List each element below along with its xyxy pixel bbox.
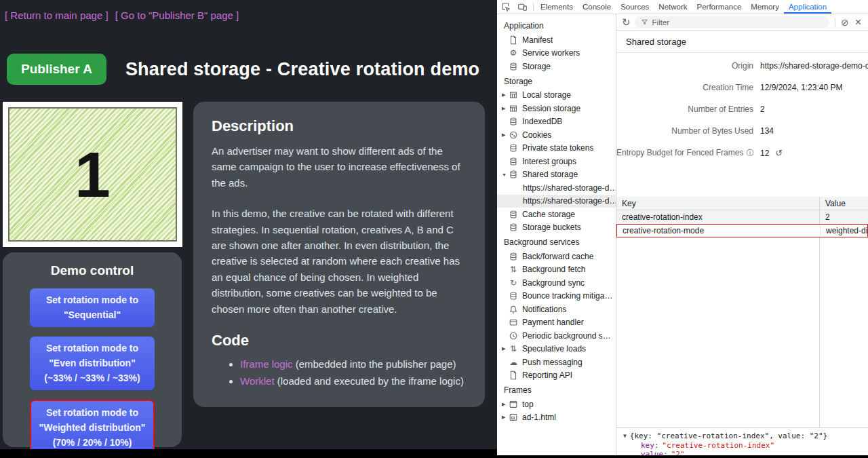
table-empty-area	[616, 237, 868, 427]
sidebar-item-indexeddb[interactable]: IndexedDB	[497, 115, 616, 129]
expand-arrow-icon[interactable]: ▶	[497, 132, 506, 138]
collapse-arrow-icon[interactable]: ▼	[497, 172, 506, 177]
section-frames: Frames	[497, 382, 616, 398]
tab-memory[interactable]: Memory	[746, 0, 784, 14]
devtools-panel: Elements Console Sources Network Perform…	[497, 0, 868, 455]
tab-performance[interactable]: Performance	[692, 0, 747, 14]
application-main: ↻ Filter ⊘ × Shared storage Origin https	[616, 14, 868, 455]
sidebar-item-payment-handler[interactable]: Payment handler	[497, 316, 616, 330]
database-icon	[509, 291, 518, 301]
sidebar-item-storage-buckets[interactable]: Storage buckets	[497, 221, 616, 235]
sidebar-item-periodic-background-sync[interactable]: Periodic background s…	[497, 329, 616, 343]
entry-preview-pane: ▼ {key: "creative-rotation-index", value…	[616, 427, 868, 455]
device-toolbar-icon[interactable]	[514, 0, 531, 14]
sidebar-item-notifications[interactable]: Notifications	[497, 303, 616, 316]
application-sidebar: Application Manifest ⚙ Service workers S…	[497, 14, 616, 455]
expand-arrow-icon[interactable]: ▶	[497, 402, 506, 407]
description-heading: Description	[212, 117, 467, 135]
column-header-value[interactable]: Value	[820, 197, 868, 210]
sidebar-item-local-storage[interactable]: ▶ Local storage	[497, 89, 616, 102]
info-icon[interactable]: ⓘ	[746, 149, 753, 157]
metadata-row-creation-time: Creation Time 12/9/2024, 1:23:40 PM	[616, 77, 868, 98]
preview-summary-row[interactable]: ▼ {key: "creative-rotation-index", value…	[623, 432, 868, 441]
expand-arrow-icon[interactable]: ▶	[497, 346, 506, 351]
database-icon	[509, 170, 518, 179]
publisher-page: [ Return to main page ] [ Go to "Publish…	[0, 0, 497, 449]
sidebar-item-bounce-tracking-mitigations[interactable]: Bounce tracking mitiga…	[497, 290, 616, 303]
divider	[533, 3, 534, 11]
sidebar-item-manifest[interactable]: Manifest	[497, 33, 616, 47]
reset-budget-icon[interactable]: ↺	[775, 148, 783, 158]
description-card: Description An advertiser may want to sh…	[193, 102, 485, 407]
sidebar-item-shared-storage-origin-2[interactable]: https://shared-storage-d…	[497, 195, 616, 208]
sidebar-item-shared-storage-origin-1[interactable]: https://shared-storage-d…	[497, 181, 616, 195]
sidebar-item-frame-top[interactable]: ▶ top	[497, 398, 616, 411]
description-paragraph: An advertiser may want to show different…	[212, 143, 467, 191]
devtools-tab-bar: Elements Console Sources Network Perform…	[497, 0, 868, 14]
demo-control-title: Demo control	[3, 263, 182, 278]
section-storage: Storage	[497, 73, 616, 89]
clock-icon	[509, 331, 518, 341]
page-header: Publisher A Shared storage - Creative ro…	[7, 54, 479, 85]
ad-creative: 1	[8, 107, 177, 242]
sidebar-item-session-storage[interactable]: ▶ Session storage	[497, 102, 616, 115]
sidebar-item-background-fetch[interactable]: ⇅ Background fetch	[497, 263, 616, 277]
expand-arrow-icon[interactable]: ▶	[497, 106, 506, 111]
expand-arrow-icon[interactable]: ▶	[497, 415, 506, 420]
tab-network[interactable]: Network	[654, 0, 692, 14]
preview-entry: value:"2"	[623, 450, 868, 455]
sidebar-item-reporting-api[interactable]: Reporting API	[497, 369, 616, 383]
refresh-icon[interactable]: ↻	[622, 16, 631, 28]
sidebar-item-speculative-loads[interactable]: ▶ ⇅ Speculative loads	[497, 343, 616, 356]
filter-input[interactable]: Filter	[635, 16, 829, 28]
storage-items-table: Key Value creative-rotation-index 2 crea…	[616, 197, 868, 427]
sequential-mode-button[interactable]: Set rotation mode to "Sequential"	[30, 288, 155, 327]
sidebar-item-cache-storage[interactable]: Cache storage	[497, 208, 616, 221]
tab-console[interactable]: Console	[578, 0, 616, 14]
sidebar-item-back-forward-cache[interactable]: Back/forward cache	[497, 250, 616, 263]
divider	[835, 18, 835, 27]
table-row[interactable]: creative-rotation-index 2	[616, 210, 868, 224]
expand-arrow-icon[interactable]: ▶	[497, 92, 506, 98]
sidebar-item-storage[interactable]: Storage	[497, 60, 616, 73]
description-paragraph: In this demo, the creative can be rotate…	[212, 206, 467, 317]
creative-number: 1	[75, 142, 111, 207]
collapse-arrow-icon[interactable]: ▼	[623, 433, 627, 439]
close-icon[interactable]: ×	[855, 16, 861, 28]
clear-icon[interactable]: ⊘	[841, 17, 849, 28]
code-heading: Code	[212, 332, 467, 349]
table-header-row: Key Value	[616, 197, 868, 210]
tab-sources[interactable]: Sources	[616, 0, 654, 14]
sync-icon: ↻	[509, 278, 518, 288]
tab-elements[interactable]: Elements	[536, 0, 578, 14]
demo-control-card: Demo control Set rotation mode to "Seque…	[3, 252, 182, 447]
sidebar-item-push-messaging[interactable]: ☁ Push messaging	[497, 356, 616, 369]
sidebar-item-background-sync[interactable]: ↻ Background sync	[497, 276, 616, 290]
frame-icon	[509, 400, 518, 409]
sidebar-item-frame-ad-1[interactable]: ▶ ad-1.html	[497, 411, 616, 425]
metadata-row-entropy-budget: Entropy Budget for Fenced Framesⓘ 12↺	[616, 142, 868, 164]
up-down-arrows-icon: ⇅	[509, 344, 518, 354]
even-distribution-mode-button[interactable]: Set rotation mode to "Even distribution"…	[30, 337, 155, 390]
column-header-key[interactable]: Key	[616, 197, 820, 210]
worklet-link[interactable]: Worklet	[240, 375, 275, 387]
up-down-arrows-icon: ⇅	[509, 265, 518, 274]
demo-control-buttons: Set rotation mode to "Sequential" Set ro…	[3, 288, 182, 449]
shared-storage-metadata: Origin https://shared-storage-demo-co Cr…	[616, 55, 868, 164]
sidebar-item-shared-storage[interactable]: ▼ Shared storage	[497, 168, 616, 182]
tab-application[interactable]: Application	[784, 0, 831, 14]
sidebar-item-private-state-tokens[interactable]: Private state tokens	[497, 142, 616, 155]
sidebar-item-service-workers[interactable]: ⚙ Service workers	[497, 47, 616, 60]
bell-icon	[509, 305, 518, 314]
sidebar-item-cookies[interactable]: ▶ Cookies	[497, 128, 616, 142]
sidebar-item-interest-groups[interactable]: Interest groups	[497, 155, 616, 168]
publisher-b-link[interactable]: [ Go to "Publisher B" page ]	[115, 9, 239, 21]
table-row-highlighted[interactable]: creative-rotation-mode weighted-dist	[616, 224, 868, 237]
database-icon	[509, 62, 518, 71]
nav-links: [ Return to main page ] [ Go to "Publish…	[5, 9, 243, 21]
weighted-distribution-mode-button[interactable]: Set rotation mode to "Weighted distribut…	[30, 400, 155, 449]
return-to-main-link[interactable]: [ Return to main page ]	[5, 9, 108, 21]
iframe-logic-link[interactable]: Iframe logic	[240, 358, 293, 370]
inspect-element-icon[interactable]	[497, 0, 514, 14]
table-icon	[509, 90, 518, 100]
